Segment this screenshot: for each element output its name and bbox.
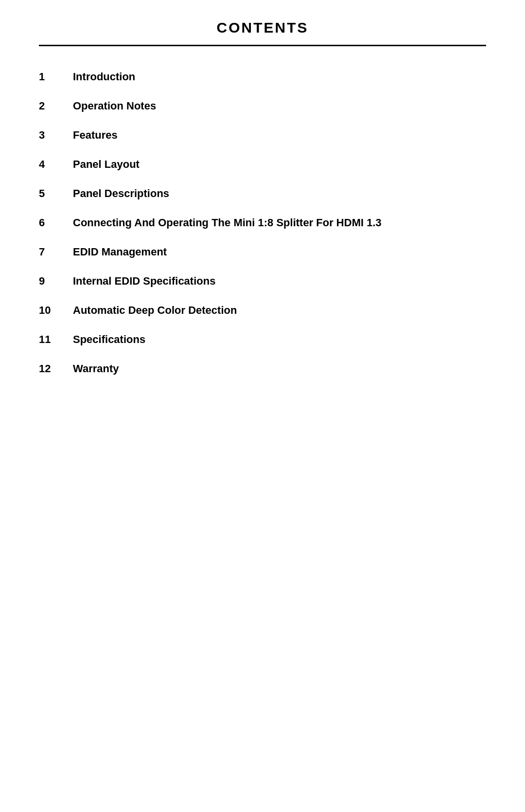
toc-label: Internal EDID Specifications [73, 275, 215, 288]
toc-number: 1 [39, 71, 73, 83]
toc-item: 3Features [39, 129, 486, 142]
toc-item: 6Connecting And Operating The Mini 1:8 S… [39, 217, 486, 229]
toc-label: Warranty [73, 362, 119, 375]
toc-label: Specifications [73, 333, 145, 346]
toc-item: 11Specifications [39, 333, 486, 346]
toc-number: 7 [39, 246, 73, 258]
toc-label: Features [73, 129, 118, 142]
toc-number: 10 [39, 304, 73, 317]
toc-number: 11 [39, 333, 73, 346]
toc-item: 9Internal EDID Specifications [39, 275, 486, 288]
toc-number: 6 [39, 217, 73, 229]
toc-item: 1Introduction [39, 71, 486, 83]
toc-label: Introduction [73, 71, 135, 83]
toc-label: Panel Layout [73, 158, 140, 171]
toc-number: 12 [39, 362, 73, 375]
page: CONTENTS 1Introduction2Operation Notes3F… [0, 0, 525, 812]
toc-label: Panel Descriptions [73, 187, 169, 200]
toc-list: 1Introduction2Operation Notes3Features4P… [39, 71, 486, 375]
toc-item: 10Automatic Deep Color Detection [39, 304, 486, 317]
toc-item: 7EDID Management [39, 246, 486, 258]
title-section: CONTENTS [39, 19, 486, 46]
toc-label: EDID Management [73, 246, 167, 258]
toc-item: 2Operation Notes [39, 100, 486, 112]
toc-number: 3 [39, 129, 73, 142]
toc-item: 12Warranty [39, 362, 486, 375]
toc-number: 5 [39, 187, 73, 200]
toc-label: Automatic Deep Color Detection [73, 304, 237, 317]
toc-label: Operation Notes [73, 100, 156, 112]
toc-number: 4 [39, 158, 73, 171]
toc-number: 9 [39, 275, 73, 288]
toc-label: Connecting And Operating The Mini 1:8 Sp… [73, 217, 382, 229]
toc-item: 5Panel Descriptions [39, 187, 486, 200]
toc-item: 4Panel Layout [39, 158, 486, 171]
toc-number: 2 [39, 100, 73, 112]
page-title: CONTENTS [39, 19, 486, 36]
